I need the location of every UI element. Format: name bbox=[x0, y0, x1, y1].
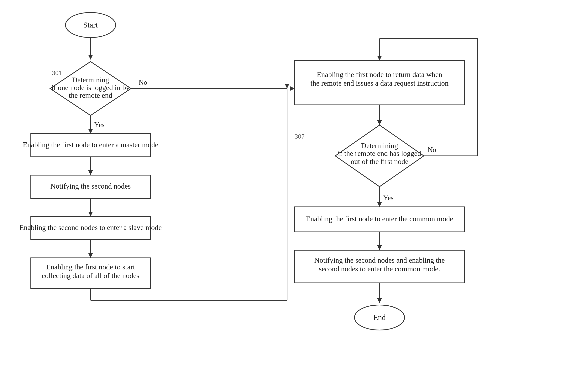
svg-marker-22 bbox=[290, 86, 295, 91]
step-302-text: Enabling the first node to enter a maste… bbox=[23, 141, 158, 149]
svg-marker-38 bbox=[377, 298, 382, 303]
step-306-text2: the remote end issues a data request ins… bbox=[311, 79, 449, 87]
start-label: Start bbox=[83, 21, 98, 29]
svg-marker-32 bbox=[377, 202, 382, 207]
step-307-text1: Determining bbox=[361, 142, 398, 150]
step-307-text2: if the remote end has logged bbox=[338, 149, 421, 157]
svg-marker-20 bbox=[285, 84, 289, 88]
step-305-text2: collecting data of all of the nodes bbox=[42, 272, 139, 280]
step-308-text: Enabling the first node to enter the com… bbox=[306, 215, 453, 223]
no-label-301: No bbox=[139, 79, 147, 86]
step-303-text: Notifying the second nodes bbox=[50, 182, 131, 190]
step-305-text1: Enabling the first node to start bbox=[46, 263, 135, 271]
diagram-container: Start 301 Determining if one node is log… bbox=[0, 0, 566, 392]
svg-marker-24 bbox=[377, 120, 382, 125]
svg-marker-12 bbox=[88, 212, 93, 216]
step-301-label: 301 bbox=[52, 69, 62, 76]
svg-marker-6 bbox=[88, 129, 93, 134]
svg-marker-35 bbox=[377, 245, 382, 250]
step-304-text: Enabling the second nodes to enter a sla… bbox=[19, 224, 162, 232]
step-309-text1: Notifying the second nodes and enabling … bbox=[314, 256, 445, 264]
yes-label-301: Yes bbox=[94, 121, 104, 128]
svg-marker-9 bbox=[88, 170, 93, 175]
svg-marker-30 bbox=[377, 56, 382, 61]
step-301-text3: the remote end bbox=[69, 91, 112, 99]
svg-marker-15 bbox=[88, 253, 93, 258]
yes-label-307: Yes bbox=[383, 194, 393, 202]
step-306-text1: Enabling the first node to return data w… bbox=[317, 70, 442, 79]
end-label: End bbox=[373, 313, 386, 322]
step-301-text2: if one node is logged in by bbox=[51, 84, 130, 92]
step-301-text: Determining bbox=[72, 76, 109, 84]
svg-marker-2 bbox=[88, 55, 93, 60]
step-307-text3: out of the first node bbox=[351, 157, 408, 166]
no-label-307: No bbox=[428, 146, 436, 154]
step-307-label: 307 bbox=[295, 133, 305, 140]
step-309-text2: second nodes to enter the common mode. bbox=[319, 265, 440, 273]
